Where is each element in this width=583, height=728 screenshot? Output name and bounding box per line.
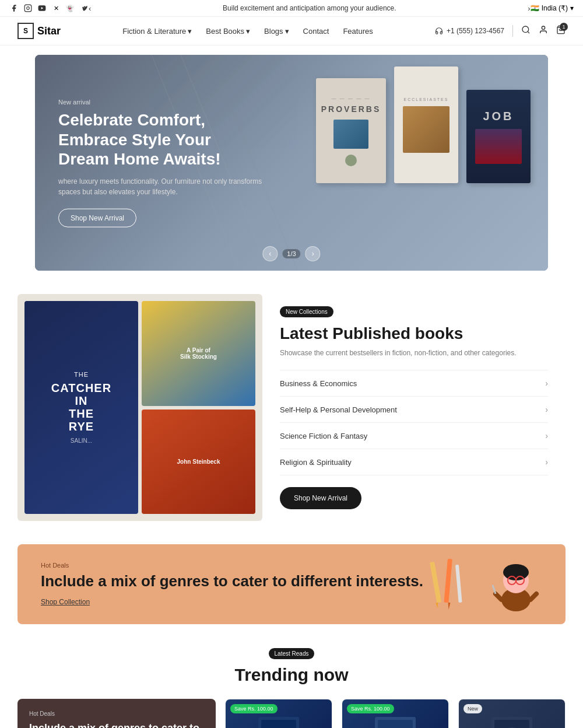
book-silk-collage: A Pair ofSilk Stocking (142, 301, 255, 406)
chevron-right-icon: › (545, 379, 548, 388)
x-twitter-icon[interactable]: ✕ (51, 4, 61, 13)
facebook-icon[interactable] (9, 4, 19, 13)
book-steinbeck-collage: John Steinbeck (142, 410, 255, 514)
book-image-2: Save Rs. 100.00 Exploring AI Eternity (342, 699, 448, 728)
book-image-1: Save Rs. 100.00 (226, 699, 332, 728)
new-badge-3: New (463, 704, 482, 713)
header-actions: +1 (555) 123-4567 1 (435, 25, 566, 37)
nav-contact[interactable]: Contact (303, 27, 329, 36)
books-showcase-section: THE CATCHERINTHERYE SALIN... A Pair ofSi… (17, 294, 566, 521)
account-button[interactable] (539, 25, 548, 37)
youtube-icon[interactable] (37, 4, 47, 13)
book-cover-illustration-1 (255, 714, 302, 728)
phone-number: +1 (555) 123-4567 (447, 27, 504, 35)
main-nav: Fiction & Literature ▾ Best Books ▾ Blog… (122, 27, 373, 36)
book-card-1[interactable]: Save Rs. 100.00 (225, 699, 332, 728)
books-info: New Collections Latest Published books S… (262, 294, 566, 521)
svg-point-4 (542, 26, 545, 29)
promo-label: Hot Deals (29, 710, 204, 717)
category-self-help[interactable]: Self-Help & Personal Development › (280, 397, 548, 423)
book-ecclesiastes-display: ECCLESIASTES (394, 66, 458, 183)
nav-fiction[interactable]: Fiction & Literature ▾ (122, 27, 192, 36)
slider-controls: ‹ 1/3 › (262, 246, 320, 261)
slider-next-button[interactable]: › (305, 246, 321, 261)
shop-new-arrival-button[interactable]: Shop New Arrival (280, 487, 361, 509)
header: S Sitar Fiction & Literature ▾ Best Book… (0, 17, 583, 46)
book-job-display: JOB (466, 90, 531, 183)
hero-cta-button[interactable]: Shop New Arrival (58, 208, 136, 227)
trending-title: Trending now (17, 665, 566, 685)
svg-line-20 (496, 594, 501, 600)
svg-rect-31 (378, 720, 413, 728)
category-scifi[interactable]: Science Fiction & Fantasy › (280, 423, 548, 449)
nav-features[interactable]: Features (343, 27, 373, 36)
book-card-3[interactable]: New ADVENTURE (458, 699, 566, 728)
nav-blogs[interactable]: Blogs ▾ (264, 27, 289, 36)
logo[interactable]: S Sitar (17, 23, 61, 39)
book-image-3: New ADVENTURE (459, 699, 565, 728)
svg-marker-12 (436, 603, 439, 609)
books-image: THE CATCHERINTHERYE SALIN... A Pair ofSi… (17, 294, 262, 521)
book-cover-illustration-2: Exploring AI Eternity (372, 714, 419, 728)
snapchat-icon[interactable]: 👻 (65, 4, 75, 13)
header-divider (512, 25, 513, 37)
instagram-icon[interactable] (23, 4, 33, 13)
category-religion[interactable]: Religion & Spirituality › (280, 449, 548, 475)
svg-marker-13 (447, 603, 450, 610)
locale-label: India (₹) (542, 4, 568, 12)
trending-grid: Hot Deals Include a mix of genres to cat… (17, 699, 566, 728)
hot-deals-illustration (410, 550, 542, 614)
book-cover-illustration-3: ADVENTURE (489, 714, 535, 728)
svg-rect-24 (261, 720, 296, 728)
books-section-title: Latest Published books (280, 324, 548, 343)
chevron-down-icon: ▾ (246, 27, 250, 36)
new-collections-badge: New Collections (280, 306, 333, 317)
svg-point-2 (522, 26, 529, 33)
svg-rect-37 (494, 720, 529, 728)
search-button[interactable] (521, 25, 531, 37)
save-badge-2: Save Rs. 100.00 (347, 704, 394, 713)
hero-description: where luxury meets functionality. Our fu… (58, 176, 262, 197)
phone-support[interactable]: +1 (555) 123-4567 (435, 27, 504, 35)
search-icon (521, 25, 531, 34)
headset-icon (435, 27, 443, 35)
hero-content: New arrival Celebrate Comfort, Embrace S… (58, 99, 262, 228)
slider-prev-button[interactable]: ‹ (262, 246, 278, 261)
chevron-down-icon: ▾ (188, 27, 192, 36)
user-icon (539, 25, 548, 34)
category-list: Business & Economics › Self-Help & Perso… (280, 370, 548, 475)
hot-deals-link[interactable]: Shop Collection (41, 598, 90, 606)
svg-rect-11 (455, 565, 462, 603)
latest-reads-badge: Latest Reads (269, 648, 315, 659)
locale-selector[interactable]: 🇮🇳 India (₹) ▾ (531, 4, 574, 12)
slider-count: 1/3 (282, 249, 300, 258)
chevron-right-icon: › (545, 431, 548, 440)
trending-header: Latest Reads Trending now (17, 648, 566, 685)
hero-background: New arrival Celebrate Comfort, Embrace S… (35, 55, 548, 271)
chevron-right-icon: › (545, 405, 548, 414)
hero-slider: New arrival Celebrate Comfort, Embrace S… (35, 55, 548, 271)
cart-button[interactable]: 1 (556, 25, 566, 37)
book-card-2[interactable]: Save Rs. 100.00 Exploring AI Eternity (342, 699, 449, 728)
save-badge-1: Save Rs. 100.00 (230, 704, 278, 713)
book-catcher-collage: THE CATCHERINTHERYE SALIN... (24, 301, 138, 514)
nav-best-books[interactable]: Best Books ▾ (206, 27, 250, 36)
pencils-illustration (410, 556, 480, 614)
logo-text: Sitar (37, 25, 61, 37)
chevron-right-icon: › (545, 457, 548, 467)
trending-section: Latest Reads Trending now Hot Deals Incl… (17, 648, 566, 728)
svg-line-21 (531, 594, 536, 600)
social-icons: ✕ 👻 (9, 4, 89, 13)
svg-rect-0 (24, 5, 31, 12)
trending-promo-card[interactable]: Hot Deals Include a mix of genres to cat… (17, 699, 216, 728)
svg-rect-10 (444, 559, 452, 603)
svg-rect-9 (430, 562, 441, 603)
announcement-bar: ✕ 👻 ‹ Build excitement and anticipation … (0, 0, 583, 17)
locale-chevron-icon: ▾ (570, 4, 574, 12)
book-proverbs-display: — — — — — PROVERBS (316, 78, 386, 183)
logo-icon: S (17, 23, 34, 39)
vimeo-icon[interactable] (79, 4, 89, 13)
category-business[interactable]: Business & Economics › (280, 370, 548, 397)
hero-label: New arrival (58, 99, 262, 106)
svg-line-3 (528, 32, 529, 33)
